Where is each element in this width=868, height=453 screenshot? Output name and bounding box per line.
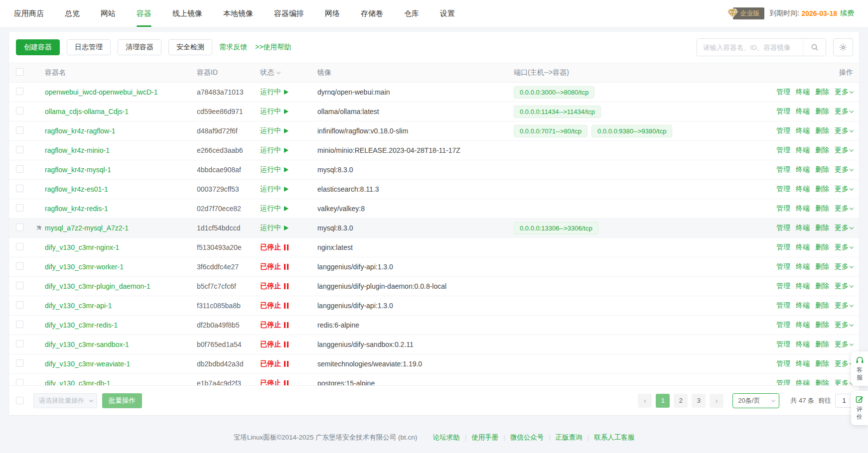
container-name-link[interactable]: ragflow_kr4z-redis-1: [45, 205, 197, 213]
search-input[interactable]: [697, 39, 803, 56]
more-link[interactable]: 更多: [835, 88, 853, 97]
manage-link[interactable]: 管理: [776, 262, 790, 271]
tab-总览[interactable]: 总览: [65, 0, 80, 27]
more-link[interactable]: 更多: [835, 301, 853, 310]
delete-link[interactable]: 删除: [815, 185, 829, 194]
row-checkbox[interactable]: [16, 107, 23, 114]
manage-link[interactable]: 管理: [776, 243, 790, 252]
page-size-select[interactable]: 20条/页: [732, 393, 779, 408]
col-status[interactable]: 状态: [260, 68, 317, 77]
more-link[interactable]: 更多: [835, 165, 853, 174]
more-link[interactable]: 更多: [835, 185, 853, 194]
row-checkbox[interactable]: [16, 88, 23, 95]
more-link[interactable]: 更多: [835, 243, 853, 252]
delete-link[interactable]: 删除: [815, 243, 829, 252]
terminal-link[interactable]: 终端: [796, 126, 810, 135]
help-link[interactable]: >>使用帮助: [255, 43, 291, 52]
manage-link[interactable]: 管理: [776, 204, 790, 213]
manage-link[interactable]: 管理: [776, 88, 790, 97]
terminal-link[interactable]: 终端: [796, 185, 810, 194]
feedback-link[interactable]: 需求反馈: [219, 43, 247, 52]
more-link[interactable]: 更多: [835, 359, 853, 368]
play-icon[interactable]: [284, 167, 289, 172]
more-link[interactable]: 更多: [835, 262, 853, 271]
tab-容器编排[interactable]: 容器编排: [274, 0, 304, 27]
manage-link[interactable]: 管理: [776, 224, 790, 232]
select-all-checkbox[interactable]: [16, 68, 23, 76]
manage-link[interactable]: 管理: [776, 359, 790, 368]
terminal-link[interactable]: 终端: [796, 359, 810, 368]
review-button[interactable]: 评价: [851, 391, 868, 425]
terminal-link[interactable]: 终端: [796, 165, 810, 174]
terminal-link[interactable]: 终端: [796, 379, 810, 385]
tab-网络[interactable]: 网络: [325, 0, 340, 27]
more-link[interactable]: 更多: [835, 321, 853, 330]
log-manage-button[interactable]: 日志管理: [67, 39, 111, 55]
play-icon[interactable]: [284, 187, 289, 192]
row-checkbox[interactable]: [16, 340, 23, 347]
manage-link[interactable]: 管理: [776, 301, 790, 310]
row-checkbox[interactable]: [16, 224, 23, 231]
footer-link-联系人工客服[interactable]: 联系人工客服: [594, 434, 634, 441]
container-name-link[interactable]: ollama_cdjs-ollama_Cdjs-1: [45, 108, 197, 115]
footer-link-正版查询[interactable]: 正版查询: [556, 434, 582, 441]
next-page-button[interactable]: ›: [710, 394, 723, 408]
container-name-link[interactable]: mysql_a7z2-mysql_A7z2-1: [45, 224, 197, 232]
pause-icon[interactable]: [284, 380, 289, 385]
tab-设置[interactable]: 设置: [440, 0, 455, 27]
container-name-link[interactable]: ragflow_kr4z-minio-1: [45, 146, 197, 154]
row-checkbox[interactable]: [16, 146, 23, 153]
row-checkbox[interactable]: [16, 379, 23, 385]
tab-存储卷[interactable]: 存储卷: [361, 0, 383, 27]
container-name-link[interactable]: dify_v130_c3mr-plugin_daemon-1: [45, 282, 197, 290]
row-checkbox[interactable]: [16, 282, 23, 289]
manage-link[interactable]: 管理: [776, 379, 790, 385]
footer-link-论坛求助[interactable]: 论坛求助: [433, 434, 460, 441]
more-link[interactable]: 更多: [835, 126, 853, 135]
delete-link[interactable]: 删除: [815, 379, 829, 385]
delete-link[interactable]: 删除: [815, 359, 829, 368]
pause-icon[interactable]: [284, 322, 289, 328]
footer-link-微信公众号[interactable]: 微信公众号: [510, 434, 544, 441]
batch-action-select[interactable]: 请选择批量操作: [33, 393, 97, 408]
row-checkbox[interactable]: [16, 204, 23, 212]
delete-link[interactable]: 删除: [815, 340, 829, 349]
delete-link[interactable]: 删除: [815, 282, 829, 291]
terminal-link[interactable]: 终端: [796, 282, 810, 291]
container-name-link[interactable]: dify_v130_c3mr-worker-1: [45, 263, 197, 271]
tab-线上镜像[interactable]: 线上镜像: [172, 0, 202, 27]
terminal-link[interactable]: 终端: [796, 321, 810, 330]
terminal-link[interactable]: 终端: [796, 262, 810, 271]
delete-link[interactable]: 删除: [815, 321, 829, 330]
clean-container-button[interactable]: 清理容器: [118, 39, 161, 55]
play-icon[interactable]: [284, 226, 289, 230]
row-checkbox[interactable]: [16, 185, 23, 192]
page-button-2[interactable]: 2: [674, 394, 688, 408]
row-checkbox[interactable]: [16, 321, 23, 328]
gear-icon[interactable]: [833, 38, 853, 56]
renew-link[interactable]: 续费: [840, 9, 854, 18]
prev-page-button[interactable]: ‹: [638, 394, 652, 408]
row-checkbox[interactable]: [16, 165, 23, 173]
terminal-link[interactable]: 终端: [796, 88, 810, 97]
page-button-1[interactable]: 1: [656, 394, 670, 408]
terminal-link[interactable]: 终端: [796, 301, 810, 310]
manage-link[interactable]: 管理: [776, 340, 790, 349]
manage-link[interactable]: 管理: [776, 185, 790, 194]
container-name-link[interactable]: dify_v130_c3mr-weaviate-1: [45, 360, 197, 368]
row-checkbox[interactable]: [16, 301, 23, 309]
tab-应用商店[interactable]: 应用商店: [14, 0, 44, 27]
more-link[interactable]: 更多: [835, 204, 853, 213]
container-name-link[interactable]: dify_v130_c3mr-nginx-1: [45, 243, 197, 251]
create-container-button[interactable]: 创建容器: [16, 39, 60, 55]
play-icon[interactable]: [284, 206, 289, 211]
more-link[interactable]: 更多: [835, 282, 853, 291]
delete-link[interactable]: 删除: [815, 301, 829, 310]
more-link[interactable]: 更多: [835, 340, 853, 349]
pause-icon[interactable]: [284, 283, 289, 289]
security-check-button[interactable]: 安全检测: [168, 39, 212, 55]
pause-icon[interactable]: [284, 264, 289, 270]
more-link[interactable]: 更多: [835, 224, 853, 232]
manage-link[interactable]: 管理: [776, 126, 790, 135]
play-icon[interactable]: [284, 109, 289, 114]
